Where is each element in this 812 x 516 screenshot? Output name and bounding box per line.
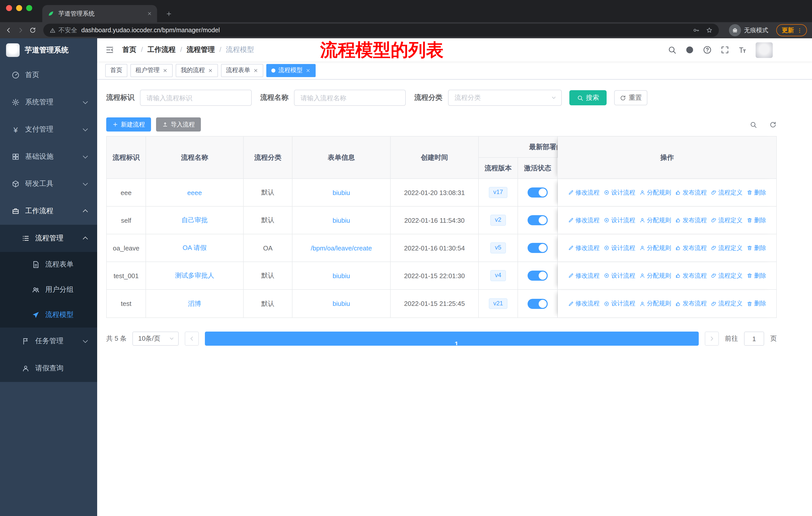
design-process-link[interactable]: 设计流程 <box>604 188 635 197</box>
sidebar-item-workflow[interactable]: 工作流程 <box>0 197 97 225</box>
back-button[interactable] <box>5 27 12 34</box>
process-category-select[interactable]: 流程分类 <box>448 90 562 106</box>
delete-link[interactable]: 删除 <box>747 244 766 252</box>
search-icon[interactable] <box>668 45 676 54</box>
process-definition-link[interactable]: 流程定义 <box>711 188 743 197</box>
process-definition-link[interactable]: 流程定义 <box>711 244 743 252</box>
assign-rule-link[interactable]: 分配规则 <box>639 299 671 308</box>
search-button[interactable]: 搜索 <box>569 90 607 105</box>
fullscreen-icon[interactable] <box>720 45 729 54</box>
next-page-button[interactable] <box>705 332 719 346</box>
modify-process-link[interactable]: 修改流程 <box>568 271 600 280</box>
active-toggle[interactable] <box>528 299 548 309</box>
zoom-window-button[interactable] <box>26 5 32 11</box>
process-definition-link[interactable]: 流程定义 <box>711 216 743 224</box>
goto-page-input[interactable] <box>744 332 764 346</box>
assign-rule-link[interactable]: 分配规则 <box>639 271 671 280</box>
github-icon[interactable] <box>685 45 694 54</box>
sidebar-item-payment[interactable]: ¥ 支付管理 <box>0 116 97 143</box>
toggle-search-icon[interactable] <box>750 121 757 128</box>
sidebar-item-process-mgmt[interactable]: 流程管理 <box>0 225 97 252</box>
form-info-link[interactable]: /bpm/oa/leave/create <box>311 244 372 252</box>
active-toggle[interactable] <box>528 215 548 225</box>
assign-rule-link[interactable]: 分配规则 <box>639 244 671 252</box>
new-tab-button[interactable] <box>162 7 175 20</box>
tag-process-form[interactable]: 流程表单 <box>221 64 263 77</box>
delete-link[interactable]: 删除 <box>747 271 766 280</box>
modify-process-link[interactable]: 修改流程 <box>568 216 600 224</box>
modify-process-link[interactable]: 修改流程 <box>568 244 600 252</box>
page-number-button[interactable]: 1 <box>205 332 699 346</box>
process-name-link[interactable]: 测试多审批人 <box>175 271 214 280</box>
close-icon[interactable] <box>208 68 213 73</box>
process-definition-link[interactable]: 流程定义 <box>711 271 743 280</box>
collapse-sidebar-icon[interactable] <box>105 45 114 54</box>
tag-home[interactable]: 首页 <box>105 64 127 77</box>
sidebar-item-leave-query[interactable]: 请假查询 <box>0 355 97 382</box>
sidebar-item-system[interactable]: 系统管理 <box>0 89 97 116</box>
design-process-link[interactable]: 设计流程 <box>604 244 635 252</box>
delete-link[interactable]: 删除 <box>747 299 766 308</box>
process-name-link[interactable]: 自己审批 <box>181 216 208 225</box>
active-toggle[interactable] <box>528 187 548 197</box>
tag-my-process[interactable]: 我的流程 <box>176 64 218 77</box>
create-process-button[interactable]: 新建流程 <box>106 117 151 132</box>
publish-process-link[interactable]: 发布流程 <box>675 188 707 197</box>
minimize-window-button[interactable] <box>16 5 22 11</box>
reload-button[interactable] <box>29 27 36 34</box>
process-name-link[interactable]: 滔博 <box>188 299 201 308</box>
form-info-link[interactable]: biubiu <box>332 300 350 307</box>
modify-process-link[interactable]: 修改流程 <box>568 299 600 308</box>
publish-process-link[interactable]: 发布流程 <box>675 299 707 308</box>
tag-process-model[interactable]: 流程模型 <box>266 64 316 77</box>
publish-process-link[interactable]: 发布流程 <box>675 244 707 252</box>
refresh-table-icon[interactable] <box>769 121 777 128</box>
form-info-link[interactable]: biubiu <box>332 272 350 279</box>
forward-button[interactable] <box>17 27 24 34</box>
browser-tab[interactable]: 芋道管理系统 <box>42 5 157 22</box>
publish-process-link[interactable]: 发布流程 <box>675 271 707 280</box>
chrome-update-button[interactable]: 更新 <box>776 24 807 36</box>
tab-close-icon[interactable] <box>147 11 152 16</box>
delete-link[interactable]: 删除 <box>747 188 766 197</box>
key-icon[interactable] <box>693 27 700 34</box>
process-name-link[interactable]: eeee <box>187 189 202 196</box>
sidebar-item-devtools[interactable]: 研发工具 <box>0 170 97 197</box>
design-process-link[interactable]: 设计流程 <box>604 216 635 224</box>
site-security[interactable]: 不安全 <box>49 26 77 34</box>
sidebar-item-home[interactable]: 首页 <box>0 61 97 89</box>
close-icon[interactable] <box>163 68 168 73</box>
close-window-button[interactable] <box>6 5 12 11</box>
tag-tenant-mgmt[interactable]: 租户管理 <box>130 64 173 77</box>
form-info-link[interactable]: biubiu <box>332 189 350 196</box>
process-name-input[interactable] <box>294 90 406 106</box>
prev-page-button[interactable] <box>185 332 199 346</box>
sidebar-item-task-mgmt[interactable]: 任务管理 <box>0 328 97 355</box>
active-toggle[interactable] <box>528 271 548 281</box>
design-process-link[interactable]: 设计流程 <box>604 299 635 308</box>
publish-process-link[interactable]: 发布流程 <box>675 216 707 224</box>
assign-rule-link[interactable]: 分配规则 <box>639 216 671 224</box>
process-id-input[interactable] <box>140 90 252 106</box>
active-toggle[interactable] <box>528 243 548 253</box>
import-process-button[interactable]: 导入流程 <box>156 117 201 132</box>
close-icon[interactable] <box>253 68 258 73</box>
sidebar-item-process-form[interactable]: 流程表单 <box>0 252 97 277</box>
address-bar[interactable]: 不安全 dashboard.yudao.iocoder.cn/bpm/manag… <box>43 24 719 37</box>
help-icon[interactable] <box>703 45 712 54</box>
assign-rule-link[interactable]: 分配规则 <box>639 188 671 197</box>
delete-link[interactable]: 删除 <box>747 216 766 224</box>
sidebar-item-user-group[interactable]: 用户分组 <box>0 277 97 302</box>
reset-button[interactable]: 重置 <box>614 90 647 105</box>
form-info-link[interactable]: biubiu <box>332 216 350 224</box>
page-size-select[interactable]: 10条/页 <box>133 332 179 346</box>
bookmark-star-icon[interactable] <box>706 27 713 34</box>
breadcrumb-process-mgmt[interactable]: 流程管理 <box>187 45 226 54</box>
breadcrumb-home[interactable]: 首页 <box>122 45 147 54</box>
modify-process-link[interactable]: 修改流程 <box>568 188 600 197</box>
sidebar-item-infra[interactable]: 基础设施 <box>0 143 97 170</box>
sidebar-item-process-model[interactable]: 流程模型 <box>0 302 97 328</box>
close-icon[interactable] <box>306 68 311 73</box>
breadcrumb-workflow[interactable]: 工作流程 <box>147 45 187 54</box>
process-definition-link[interactable]: 流程定义 <box>711 299 743 308</box>
